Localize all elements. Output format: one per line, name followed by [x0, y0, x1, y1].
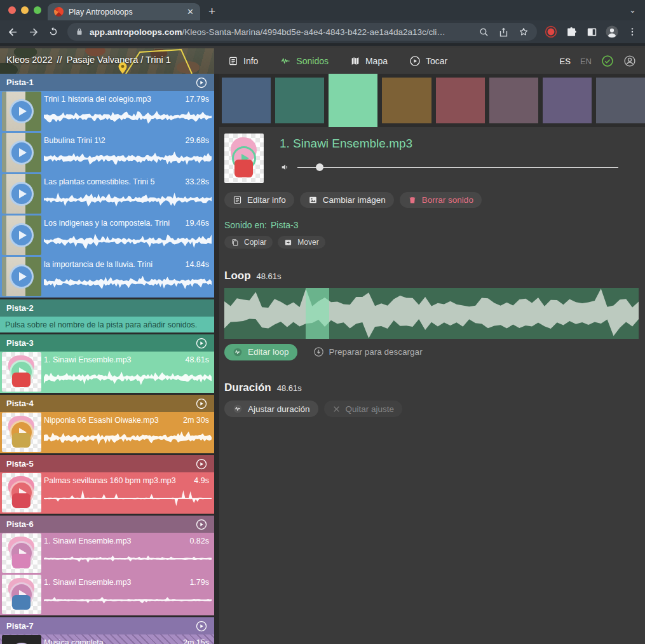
loop-waveform[interactable]: [224, 288, 639, 339]
track-color-swatch[interactable]: [543, 78, 592, 123]
forward-icon[interactable]: [27, 25, 39, 38]
delete-sound-button[interactable]: Borrar sonido: [400, 192, 482, 208]
browser-tab[interactable]: Play Antropoloops ✕: [48, 3, 200, 20]
clip-play-icon[interactable]: [10, 360, 34, 384]
clip-play-icon[interactable]: [10, 182, 34, 206]
sound-play-icon[interactable]: [232, 146, 256, 170]
clip-thumbnail[interactable]: [2, 575, 41, 614]
sound-location-track[interactable]: Pista-3: [271, 220, 299, 230]
tab-info[interactable]: Info: [228, 56, 258, 66]
track-play-button[interactable]: [195, 518, 208, 531]
clip-thumbnail[interactable]: [2, 257, 41, 296]
track-header[interactable]: Pista-7: [0, 617, 214, 634]
clip-play-icon[interactable]: [10, 140, 34, 165]
sound-thumbnail[interactable]: [224, 134, 264, 183]
saved-check-icon[interactable]: [601, 55, 614, 67]
clip-row[interactable]: Nipponia 06 Esashi Oiwake.mp32m 30s: [0, 412, 214, 453]
lang-en[interactable]: EN: [580, 57, 592, 66]
clip-play-icon[interactable]: [10, 223, 34, 247]
volume-slider[interactable]: [297, 163, 618, 172]
clip-play-icon[interactable]: [10, 420, 34, 444]
copy-button[interactable]: Copiar: [224, 236, 273, 249]
track-color-swatch[interactable]: [222, 78, 271, 123]
bookmark-star-icon[interactable]: [518, 26, 529, 38]
volume-icon[interactable]: [280, 162, 291, 172]
breadcrumb-project[interactable]: Kleos 2022: [6, 55, 53, 65]
clip-row[interactable]: Las plantas comestibles. Trini 533.28s: [0, 174, 214, 215]
clip-thumbnail[interactable]: [2, 473, 41, 512]
clip-row[interactable]: Bubulina Trini 1\229.68s: [0, 132, 214, 174]
profile-avatar-icon[interactable]: [606, 25, 618, 38]
lang-es[interactable]: ES: [560, 57, 571, 66]
clip-thumbnail[interactable]: [2, 174, 41, 214]
track-color-swatch[interactable]: [275, 78, 324, 123]
track-play-button[interactable]: [195, 76, 208, 89]
back-icon[interactable]: [6, 25, 19, 38]
tab-close-icon[interactable]: ✕: [187, 7, 194, 17]
clip-row[interactable]: Trini 1 historia del colegio.mp317.79s: [0, 91, 214, 132]
clip-thumbnail[interactable]: [2, 533, 41, 573]
volume-knob[interactable]: [316, 163, 323, 171]
side-panel-icon[interactable]: [585, 25, 598, 38]
clip-row[interactable]: la importancia de la lluvia. Trini14.84s: [0, 256, 214, 298]
clip-row[interactable]: Palmas sevillanas 160 bpm mp3.mp34.9s: [0, 472, 214, 514]
clip-row[interactable]: Los indigenas y la compostela. Trini19.4…: [0, 215, 214, 256]
edit-info-button[interactable]: Editar info: [224, 192, 294, 208]
track-play-button[interactable]: [195, 337, 208, 350]
track-header[interactable]: Pista-1: [0, 74, 214, 91]
minimize-window-button[interactable]: [21, 6, 29, 14]
track-color-swatch[interactable]: [489, 78, 538, 123]
map-preview-banner[interactable]: Kleos 2022//Pasaje Valvanera / Trini 1: [0, 48, 214, 74]
track-header[interactable]: Pista-6: [0, 516, 214, 533]
move-button[interactable]: Mover: [278, 236, 325, 249]
loop-playhead[interactable]: [306, 288, 329, 339]
zoom-window-button[interactable]: [34, 6, 41, 14]
clip-row[interactable]: 1. Sinawi Ensemble.mp30.82s: [0, 533, 214, 574]
track-header[interactable]: Pista-4: [0, 395, 214, 412]
zoom-level-icon[interactable]: [479, 27, 489, 38]
recording-extension-icon[interactable]: [545, 25, 557, 38]
clip-thumbnail[interactable]: [2, 413, 41, 452]
close-window-button[interactable]: [8, 6, 16, 14]
clip-play-icon[interactable]: [10, 481, 34, 505]
clip-thumbnail[interactable]: [2, 352, 41, 392]
clip-row[interactable]: Musica completa2m 15s: [0, 634, 214, 644]
edit-loop-button[interactable]: Editar loop: [224, 344, 297, 360]
remove-adjust-button[interactable]: Quitar ajuste: [324, 401, 403, 417]
change-image-button[interactable]: Cambiar imágen: [300, 192, 394, 208]
clip-thumbnail[interactable]: [2, 133, 41, 172]
clip-row[interactable]: 1. Sinawi Ensemble.mp31.79s: [0, 574, 214, 615]
new-tab-button[interactable]: +: [208, 5, 215, 17]
clip-thumbnail[interactable]: [2, 635, 41, 644]
clip-row[interactable]: 1. Sinawi Ensemble.mp348.61s: [0, 352, 214, 393]
tab-mapa[interactable]: Mapa: [350, 56, 388, 66]
address-bar[interactable]: app.antropoloops.com/Kleos-Santa-Marina/…: [67, 23, 537, 41]
clip-play-icon[interactable]: [10, 264, 34, 289]
browser-menu-kebab-icon[interactable]: [626, 25, 639, 38]
track-play-button[interactable]: [195, 620, 208, 633]
extensions-puzzle-icon[interactable]: [565, 25, 578, 38]
clip-play-icon[interactable]: [10, 541, 34, 565]
track-color-swatch[interactable]: [329, 74, 377, 127]
track-color-swatch[interactable]: [596, 78, 645, 123]
tab-tocar[interactable]: Tocar: [409, 55, 447, 67]
track-play-button[interactable]: [195, 397, 208, 410]
clip-play-icon[interactable]: [10, 99, 34, 123]
track-header[interactable]: Pista-5: [0, 455, 214, 472]
track-color-swatch[interactable]: [436, 78, 485, 123]
track-color-swatch[interactable]: [382, 78, 431, 123]
track-header[interactable]: Pista-2: [0, 299, 214, 317]
track-header[interactable]: Pista-3: [0, 334, 214, 352]
reload-icon[interactable]: [47, 25, 60, 38]
adjust-duration-button[interactable]: Ajustar duración: [224, 401, 318, 417]
share-icon[interactable]: [498, 27, 509, 38]
tab-search-chevron-icon[interactable]: ⌄: [629, 5, 636, 15]
clip-play-icon[interactable]: [10, 582, 34, 606]
account-icon[interactable]: [623, 55, 636, 67]
prepare-download-button[interactable]: Preparar para descargar: [305, 343, 431, 360]
clip-thumbnail[interactable]: [2, 216, 41, 255]
track-play-button[interactable]: [195, 458, 208, 470]
sidebar-scrollbar[interactable]: [214, 74, 219, 644]
tab-sonidos[interactable]: Sonidos: [280, 56, 329, 66]
clip-thumbnail[interactable]: [2, 92, 41, 131]
